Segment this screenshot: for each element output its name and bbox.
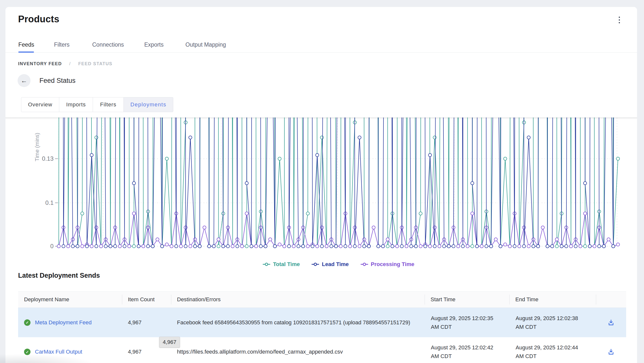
svg-text:Time (mins): Time (mins) [34, 133, 40, 161]
table-row[interactable]: ✓ Meta Deployment Feed 4,967 Facebook fe… [18, 308, 626, 337]
col-end-time: End Time [510, 296, 596, 303]
tab-output-mapping[interactable]: Output Mapping [186, 39, 226, 50]
download-icon [608, 319, 614, 326]
subtab-filters[interactable]: Filters [93, 97, 124, 112]
svg-text:0: 0 [50, 243, 54, 250]
item-count-cell: 4,967 [122, 348, 171, 355]
col-start-time: Start Time [424, 296, 510, 303]
success-check-icon: ✓ [24, 319, 30, 326]
products-card: 0.130.10Time (mins) Total Time Lead Time… [6, 7, 637, 363]
destination-cell: Facebook feed 658495643530955 from catal… [171, 319, 424, 326]
breadcrumb-inventory-feed[interactable]: INVENTORY FEED [18, 61, 62, 66]
subtab-deployments[interactable]: Deployments [124, 97, 173, 112]
legend-lead-time[interactable]: Lead Time [311, 261, 348, 268]
active-tab-indicator [18, 52, 34, 52]
legend-total-time[interactable]: Total Time [262, 261, 300, 268]
kebab-menu-icon[interactable] [616, 14, 623, 25]
feed-status-subtabs: Overview Imports Filters Deployments [21, 97, 173, 112]
svg-text:0.13: 0.13 [42, 155, 54, 162]
table-row[interactable]: ✓ CarMax Full Output 4,967 https://files… [18, 337, 626, 363]
line-marker-icon [262, 262, 271, 266]
latest-deployment-sends-title: Latest Deployment Sends [18, 272, 100, 280]
deployment-name-link[interactable]: CarMax Full Output [35, 348, 82, 355]
breadcrumb-feed-status: FEED STATUS [78, 61, 112, 66]
breadcrumb-separator: / [69, 61, 71, 66]
main-tabs: Feeds Filters Connections Exports Output… [6, 39, 637, 50]
download-button[interactable] [607, 319, 615, 326]
download-button[interactable] [607, 348, 615, 356]
legend-label: Lead Time [322, 261, 348, 268]
legend-label: Total Time [273, 261, 300, 268]
legend-label: Processing Time [371, 261, 414, 268]
tab-connections[interactable]: Connections [92, 39, 124, 50]
legend-processing-time[interactable]: Processing Time [360, 261, 414, 268]
svg-text:0.1: 0.1 [45, 199, 54, 206]
success-check-icon: ✓ [24, 348, 30, 355]
column-divider [596, 294, 596, 304]
column-divider [171, 294, 171, 304]
header-scroll-shadow [6, 117, 637, 120]
column-divider [122, 294, 122, 304]
item-count-tooltip: 4,967 [159, 337, 180, 348]
line-marker-icon [311, 262, 320, 266]
col-destination-errors: Destination/Errors [171, 296, 424, 303]
chart-legend: Total Time Lead Time Processing Time [59, 260, 618, 268]
feed-status-title: Feed Status [40, 77, 76, 84]
subtab-imports[interactable]: Imports [59, 97, 93, 112]
column-divider [510, 294, 510, 304]
start-time-cell: August 29, 2025 12:02:35 AM CDT [424, 314, 510, 331]
breadcrumb: INVENTORY FEED / FEED STATUS [18, 60, 112, 67]
destination-cell: https://files.feeds.alliplatform.com/dem… [171, 348, 424, 355]
end-time-cell: August 29, 2025 12:02:44 AM CDT [510, 343, 596, 360]
sticky-header: Products Feeds Filters Connections Expor… [6, 7, 637, 117]
page-title: Products [18, 14, 59, 24]
tab-filters[interactable]: Filters [54, 39, 70, 50]
subtab-overview[interactable]: Overview [21, 97, 59, 112]
end-time-cell: August 29, 2025 12:02:38 AM CDT [510, 314, 596, 331]
download-icon [608, 348, 614, 355]
col-deployment-name: Deployment Name [18, 296, 122, 303]
deployments-table: Deployment Name Item Count Destination/E… [18, 291, 626, 363]
column-divider [424, 294, 425, 304]
arrow-left-icon: ← [21, 77, 27, 84]
table-header-row: Deployment Name Item Count Destination/E… [18, 291, 626, 308]
back-button[interactable]: ← [18, 74, 30, 87]
tab-feeds[interactable]: Feeds [18, 39, 34, 50]
tab-exports[interactable]: Exports [144, 39, 164, 50]
start-time-cell: August 29, 2025 12:02:42 AM CDT [424, 343, 510, 360]
deployment-times-chart[interactable]: 0.130.10Time (mins) [6, 118, 637, 253]
col-item-count: Item Count [122, 296, 171, 303]
deployment-name-link[interactable]: Meta Deployment Feed [35, 319, 92, 326]
line-marker-icon [360, 262, 368, 266]
item-count-cell: 4,967 [122, 319, 171, 326]
tabs-divider [6, 52, 637, 52]
